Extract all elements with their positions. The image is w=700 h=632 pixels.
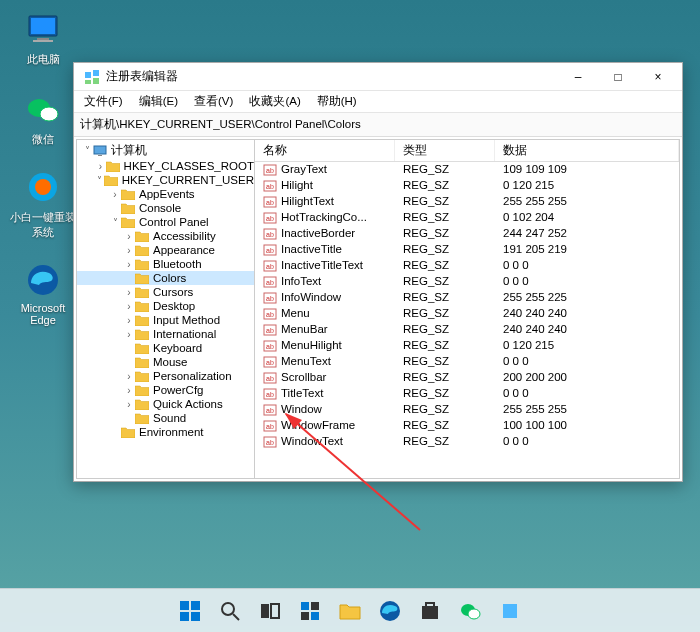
- folder-icon: [135, 286, 149, 298]
- expand-icon[interactable]: ›: [123, 245, 135, 256]
- expand-icon[interactable]: ˅: [95, 175, 104, 186]
- registry-value-row[interactable]: abTitleTextREG_SZ0 0 0: [255, 386, 679, 402]
- tree-item[interactable]: ›Personalization: [77, 369, 254, 383]
- svg-rect-1: [31, 18, 55, 34]
- registry-value-row[interactable]: abMenuBarREG_SZ240 240 240: [255, 322, 679, 338]
- string-value-icon: ab: [263, 371, 277, 385]
- menu-edit[interactable]: 编辑(E): [135, 92, 182, 111]
- tree-item[interactable]: ˅HKEY_CURRENT_USER: [77, 173, 254, 187]
- svg-text:ab: ab: [266, 375, 274, 382]
- tree-item[interactable]: ›HKEY_CLASSES_ROOT: [77, 159, 254, 173]
- expand-icon[interactable]: ˅: [81, 145, 93, 156]
- expand-icon[interactable]: ˅: [109, 217, 121, 228]
- registry-value-row[interactable]: abWindowFrameREG_SZ100 100 100: [255, 418, 679, 434]
- svg-text:ab: ab: [266, 423, 274, 430]
- svg-rect-3: [33, 40, 53, 42]
- explorer-button[interactable]: [332, 593, 368, 629]
- tree-item[interactable]: ›Accessibility: [77, 229, 254, 243]
- widgets-button[interactable]: [292, 593, 328, 629]
- registry-value-row[interactable]: abInactiveTitleTextREG_SZ0 0 0: [255, 258, 679, 274]
- tree-item[interactable]: ›Appearance: [77, 243, 254, 257]
- expand-icon[interactable]: ›: [123, 315, 135, 326]
- folder-icon: [121, 188, 135, 200]
- tree-label: AppEvents: [139, 188, 195, 200]
- menu-view[interactable]: 查看(V): [190, 92, 237, 111]
- registry-value-row[interactable]: abHotTrackingCo...REG_SZ0 102 204: [255, 210, 679, 226]
- desktop-icon-edge[interactable]: Microsoft Edge: [8, 260, 78, 326]
- registry-list[interactable]: 名称 类型 数据 abGrayTextREG_SZ109 109 109abHi…: [255, 140, 679, 478]
- expand-icon[interactable]: ›: [95, 161, 106, 172]
- tree-item[interactable]: ›Bluetooth: [77, 257, 254, 271]
- wechat-button[interactable]: [452, 593, 488, 629]
- app-button[interactable]: [492, 593, 528, 629]
- expand-icon[interactable]: ›: [109, 189, 121, 200]
- value-name: InfoText: [281, 275, 321, 287]
- registry-value-row[interactable]: abMenuHilightREG_SZ0 120 215: [255, 338, 679, 354]
- registry-value-row[interactable]: abHilightTextREG_SZ255 255 255: [255, 194, 679, 210]
- tree-item[interactable]: ›AppEvents: [77, 187, 254, 201]
- registry-value-row[interactable]: abInfoTextREG_SZ0 0 0: [255, 274, 679, 290]
- registry-value-row[interactable]: abWindowTextREG_SZ0 0 0: [255, 434, 679, 450]
- registry-tree[interactable]: ˅计算机›HKEY_CLASSES_ROOT˅HKEY_CURRENT_USER…: [77, 140, 255, 478]
- registry-value-row[interactable]: abHilightREG_SZ0 120 215: [255, 178, 679, 194]
- store-button[interactable]: [412, 593, 448, 629]
- expand-icon[interactable]: ›: [123, 371, 135, 382]
- value-type: REG_SZ: [395, 274, 495, 290]
- tree-item[interactable]: ›Desktop: [77, 299, 254, 313]
- tree-item[interactable]: Sound: [77, 411, 254, 425]
- tree-item[interactable]: ›Input Method: [77, 313, 254, 327]
- menu-favorites[interactable]: 收藏夹(A): [245, 92, 304, 111]
- tree-label: Console: [139, 202, 181, 214]
- desktop-icon-wechat[interactable]: 微信: [8, 90, 78, 147]
- taskview-button[interactable]: [252, 593, 288, 629]
- tree-item[interactable]: ˅Control Panel: [77, 215, 254, 229]
- search-button[interactable]: [212, 593, 248, 629]
- expand-icon[interactable]: ›: [123, 259, 135, 270]
- registry-value-row[interactable]: abInfoWindowREG_SZ255 255 225: [255, 290, 679, 306]
- tree-item[interactable]: Colors: [77, 271, 254, 285]
- address-bar[interactable]: 计算机\HKEY_CURRENT_USER\Control Panel\Colo…: [74, 113, 682, 137]
- tree-item[interactable]: ›Cursors: [77, 285, 254, 299]
- start-button[interactable]: [172, 593, 208, 629]
- tree-item[interactable]: Console: [77, 201, 254, 215]
- maximize-button[interactable]: □: [598, 63, 638, 91]
- close-button[interactable]: ×: [638, 63, 678, 91]
- folder-icon: [121, 216, 135, 228]
- expand-icon[interactable]: ›: [123, 329, 135, 340]
- registry-value-row[interactable]: abMenuREG_SZ240 240 240: [255, 306, 679, 322]
- registry-value-row[interactable]: abInactiveTitleREG_SZ191 205 219: [255, 242, 679, 258]
- tree-item[interactable]: Keyboard: [77, 341, 254, 355]
- tree-item[interactable]: ›International: [77, 327, 254, 341]
- expand-icon[interactable]: ›: [123, 231, 135, 242]
- menu-file[interactable]: 文件(F): [80, 92, 127, 111]
- expand-icon[interactable]: ›: [123, 399, 135, 410]
- minimize-button[interactable]: –: [558, 63, 598, 91]
- value-name: InactiveTitleText: [281, 259, 363, 271]
- menu-help[interactable]: 帮助(H): [313, 92, 361, 111]
- desktop-icon-installer[interactable]: 小白一键重装 系统: [8, 168, 78, 240]
- svg-rect-52: [180, 601, 189, 610]
- tree-item[interactable]: Environment: [77, 425, 254, 439]
- expand-icon[interactable]: ›: [123, 287, 135, 298]
- expand-icon[interactable]: ›: [123, 301, 135, 312]
- edge-button[interactable]: [372, 593, 408, 629]
- titlebar[interactable]: 注册表编辑器 – □ ×: [74, 63, 682, 91]
- registry-value-row[interactable]: abMenuTextREG_SZ0 0 0: [255, 354, 679, 370]
- registry-value-row[interactable]: abScrollbarREG_SZ200 200 200: [255, 370, 679, 386]
- tree-item[interactable]: ›Quick Actions: [77, 397, 254, 411]
- registry-value-row[interactable]: abGrayTextREG_SZ109 109 109: [255, 162, 679, 178]
- string-value-icon: ab: [263, 259, 277, 273]
- expand-icon[interactable]: ›: [123, 385, 135, 396]
- tree-item[interactable]: ›PowerCfg: [77, 383, 254, 397]
- registry-value-row[interactable]: abInactiveBorderREG_SZ244 247 252: [255, 226, 679, 242]
- tree-item[interactable]: ˅计算机: [77, 142, 254, 159]
- desktop-icon-this-pc[interactable]: 此电脑: [8, 10, 78, 67]
- col-type[interactable]: 类型: [395, 140, 495, 161]
- col-name[interactable]: 名称: [255, 140, 395, 161]
- registry-value-row[interactable]: abWindowREG_SZ255 255 255: [255, 402, 679, 418]
- tree-item[interactable]: Mouse: [77, 355, 254, 369]
- svg-rect-14: [98, 155, 102, 156]
- col-data[interactable]: 数据: [495, 140, 679, 161]
- value-name: WindowFrame: [281, 419, 355, 431]
- value-type: REG_SZ: [395, 162, 495, 178]
